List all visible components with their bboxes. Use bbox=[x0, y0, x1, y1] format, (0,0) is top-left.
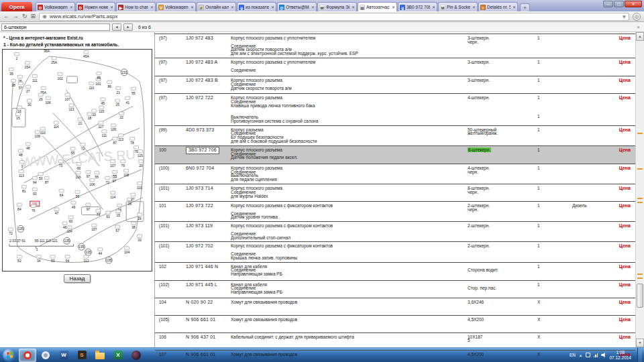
taskbar-folder-button[interactable] bbox=[91, 349, 109, 362]
tab-9[interactable]: ▤Автозапчасти V✕ bbox=[358, 2, 397, 11]
price-link[interactable]: Цена bbox=[619, 300, 631, 304]
tab-close-icon[interactable]: ✕ bbox=[512, 5, 516, 9]
speed-dial-icon[interactable]: ⊞ bbox=[31, 13, 36, 19]
tab-7[interactable]: @Ответы@Mail.R✕ bbox=[277, 2, 317, 11]
diagram-label-25: 25 bbox=[115, 103, 119, 107]
close-button[interactable]: ✕ bbox=[625, 1, 642, 7]
maximize-button[interactable]: ▢ bbox=[614, 1, 624, 7]
tab-3[interactable]: ▶How to change✕ bbox=[116, 2, 156, 11]
bookmark-heart-icon[interactable]: ♥ bbox=[623, 13, 626, 20]
price-link[interactable]: Цена bbox=[619, 36, 631, 40]
price-link[interactable]: Цена bbox=[619, 78, 631, 82]
price-link[interactable]: Цена bbox=[619, 203, 631, 208]
price-link[interactable]: Цена bbox=[619, 186, 631, 190]
taskbar-browser-app-button[interactable] bbox=[127, 349, 145, 362]
scroll-track[interactable] bbox=[636, 41, 644, 339]
action-center-icon[interactable] bbox=[586, 353, 590, 357]
scroll-thumb[interactable] bbox=[637, 284, 643, 308]
start-button[interactable] bbox=[3, 349, 16, 362]
table-row[interactable]: (99)4D0 973 373Корпус разъемаСоединениеБ… bbox=[155, 126, 635, 146]
tab-close-icon[interactable]: ✕ bbox=[431, 5, 435, 9]
back-icon[interactable]: ← bbox=[3, 13, 9, 19]
find-prev-button[interactable]: ◄ bbox=[112, 23, 121, 31]
table-row[interactable]: (97)1J0 972 483 AКорпус плоского разъема… bbox=[155, 58, 635, 76]
tab-close-icon[interactable]: ✕ bbox=[351, 5, 355, 9]
price-link[interactable]: Цена bbox=[619, 335, 631, 339]
table-row[interactable]: 104N 020 90 22Хомут для связывания прово… bbox=[155, 298, 635, 316]
taskbar-sublime-button[interactable]: S bbox=[73, 349, 91, 362]
find-input[interactable] bbox=[1, 23, 110, 31]
table-row[interactable]: 1021J0 971 446 NКанал для кабеляСоединен… bbox=[155, 263, 635, 281]
tab-4[interactable]: VVolkswagen Bo✕ bbox=[156, 2, 196, 11]
table-row[interactable]: (100)6N0 972 704Корпус плоского разъемаС… bbox=[155, 164, 635, 184]
tab-6[interactable]: gиз показателе✕ bbox=[237, 2, 276, 11]
vertical-scrollbar[interactable]: ▲ ▼ bbox=[635, 32, 644, 347]
find-close-icon[interactable]: × bbox=[637, 24, 643, 30]
tab-close-icon[interactable]: ✕ bbox=[391, 5, 395, 9]
tab-8[interactable]: WФормула Эйле✕ bbox=[317, 2, 357, 11]
price-link[interactable]: Цена bbox=[619, 243, 631, 248]
url-text[interactable]: www.elcats.ru/vw/Parts.aspx bbox=[50, 13, 620, 19]
table-row[interactable]: 1011J0 973 722Корпус плоского разъема с … bbox=[155, 202, 635, 222]
tray-chevron-icon[interactable]: ▲ bbox=[579, 353, 582, 357]
network-icon[interactable] bbox=[594, 353, 598, 357]
selected-part-number-box[interactable]: 3B0 972 706 bbox=[186, 147, 219, 154]
price-link[interactable]: Цена bbox=[619, 127, 631, 132]
show-desktop-button[interactable] bbox=[637, 348, 642, 362]
table-row[interactable]: (105)N 906 661 01Хомут для связывания пр… bbox=[155, 316, 635, 333]
tab-close-icon[interactable]: ✕ bbox=[472, 5, 476, 9]
forward-icon[interactable]: → bbox=[13, 13, 19, 19]
tab-11[interactable]: MPin & Socket Co✕ bbox=[438, 2, 478, 11]
price-link[interactable]: Цена bbox=[619, 95, 631, 100]
table-row[interactable]: 1003B0 972 706Корпус плоского разъемаСое… bbox=[155, 146, 635, 164]
price-link[interactable]: Цена bbox=[619, 60, 631, 64]
tab-10[interactable]: g3B0 972 706 - П✕ bbox=[398, 2, 437, 11]
taskbar-excel-button[interactable]: X bbox=[109, 349, 127, 362]
tab-close-icon[interactable]: ✕ bbox=[311, 5, 315, 9]
language-indicator[interactable]: EN bbox=[570, 353, 576, 357]
table-row[interactable]: 107N 906 661 01Хомут для связывания пров… bbox=[155, 351, 635, 362]
back-button[interactable]: Назад bbox=[64, 274, 91, 283]
table-row[interactable]: (101)1J0 973 119Корпус плоского разъема … bbox=[155, 222, 635, 242]
tab-close-icon[interactable]: ✕ bbox=[69, 5, 73, 9]
volume-icon[interactable] bbox=[601, 353, 606, 357]
tab-close-icon[interactable]: ✕ bbox=[150, 5, 154, 9]
taskbar-opera-button[interactable] bbox=[19, 349, 36, 362]
find-next-button[interactable]: ► bbox=[123, 23, 133, 31]
minimize-button[interactable]: — bbox=[603, 1, 613, 7]
table-row[interactable]: 106N 906 437 01Кабельный соединит. с дер… bbox=[155, 333, 635, 351]
scroll-down-icon[interactable]: ▼ bbox=[636, 339, 644, 347]
tab-close-icon[interactable]: ✕ bbox=[190, 5, 194, 9]
tab-1[interactable]: DVolkswagen Gol✕ bbox=[36, 2, 75, 11]
price-link[interactable]: Цена bbox=[619, 317, 631, 322]
table-row[interactable]: (101)1J0 973 714Корпус плоского разъемаС… bbox=[155, 184, 635, 202]
scroll-up-icon[interactable]: ▲ bbox=[636, 32, 644, 41]
taskbar-word-button[interactable]: W bbox=[55, 349, 72, 362]
address-bar[interactable]: ◉ www.elcats.ru/vw/Parts.aspx ♥ bbox=[39, 13, 629, 21]
table-row[interactable]: (101)1J0 972 702Корпус плоского разъема … bbox=[155, 242, 635, 262]
price-link[interactable]: Цена bbox=[619, 264, 631, 269]
price-link[interactable]: Цена bbox=[619, 282, 631, 287]
tab-12[interactable]: ≡Detalės nr. 535✕ bbox=[478, 2, 518, 11]
opera-menu-button[interactable]: Opera bbox=[1, 2, 32, 11]
find-match-marker bbox=[637, 274, 643, 275]
tab-close-icon[interactable]: ✕ bbox=[230, 5, 234, 9]
tab-close-icon[interactable]: ✕ bbox=[109, 5, 113, 9]
tab-2[interactable]: DНужен номеро✕ bbox=[76, 2, 115, 11]
opera-link-icon[interactable]: ◎ bbox=[633, 13, 641, 21]
clock[interactable]: 1:0807.12.2014 bbox=[609, 350, 631, 361]
wiring-diagram[interactable]: WWW.ELCATS.RU 236A25A45A15A3536111102385… bbox=[2, 49, 152, 272]
table-row[interactable]: (97)1J0 972 722Корпус плоского разъемаСо… bbox=[155, 94, 635, 126]
reload-icon[interactable]: ↻ bbox=[22, 13, 28, 19]
new-tab-button[interactable]: + bbox=[520, 3, 530, 11]
price-link[interactable]: Цена bbox=[619, 147, 631, 152]
tab-close-icon[interactable]: ✕ bbox=[270, 5, 274, 9]
table-row[interactable]: (97)1J0 972 483 BКорпус плоского разъема… bbox=[155, 76, 635, 94]
tab-5[interactable]: #Онлайн кальку✕ bbox=[197, 2, 236, 11]
price-link[interactable]: Цена bbox=[619, 223, 631, 228]
diagram-label-26: 26 bbox=[138, 217, 142, 221]
table-row[interactable]: (102)1J0 971 445 LКанал для кабеляСоедин… bbox=[155, 281, 635, 298]
price-link[interactable]: Цена bbox=[619, 166, 631, 170]
table-row[interactable]: (97)1J0 972 483Корпус плоского разъема с… bbox=[155, 34, 635, 58]
taskbar-opera-secondary-button[interactable] bbox=[37, 349, 54, 362]
